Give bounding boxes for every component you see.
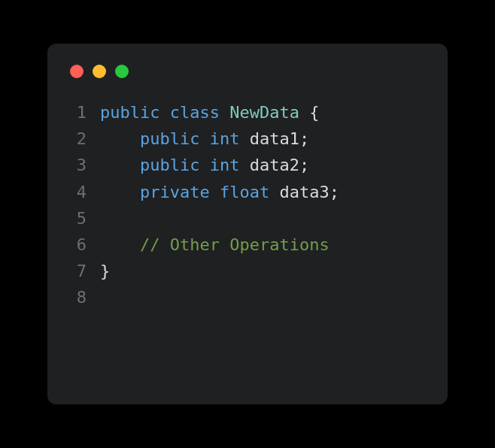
indent [100,183,140,201]
line-content: // Other Operations [100,232,425,258]
code-line: 7 } [70,258,425,284]
keyword: float [220,183,269,201]
keyword: public [140,129,199,148]
identifier: data3 [279,183,329,201]
window-titlebar [70,65,425,78]
keyword: private [140,183,210,201]
line-content: } [100,258,425,284]
line-number: 6 [70,232,100,258]
keyword: class [170,103,220,122]
keyword: public [140,156,199,174]
line-content: private float data3; [100,179,425,205]
line-number: 4 [70,179,100,205]
semicolon: ; [329,183,339,201]
indent [100,156,140,174]
line-number: 3 [70,152,100,178]
line-number: 7 [70,258,100,284]
comment: // Other Operations [140,235,329,254]
line-number: 1 [70,99,100,126]
line-content: public int data1; [100,126,425,152]
code-line: 4 private float data3; [70,179,425,205]
minimize-icon[interactable] [93,65,106,78]
code-line: 8 [70,284,425,310]
keyword: public [100,103,159,122]
line-content [100,284,425,310]
identifier: data2 [250,156,299,174]
code-window: 1 public class NewData { 2 public int da… [47,44,448,404]
indent [100,129,140,148]
line-number: 8 [70,284,100,310]
code-editor: 1 public class NewData { 2 public int da… [70,99,425,311]
identifier: data1 [250,129,299,148]
code-line: 5 [70,205,425,232]
code-line: 2 public int data1; [70,126,425,152]
close-icon[interactable] [70,65,84,78]
line-content [100,205,425,232]
code-line: 3 public int data2; [70,152,425,178]
semicolon: ; [299,129,309,148]
code-line: 1 public class NewData { [70,99,425,126]
zoom-icon[interactable] [115,65,129,78]
keyword: int [210,156,240,174]
line-content: public class NewData { [100,99,425,126]
code-line: 6 // Other Operations [70,232,425,258]
keyword: int [210,129,240,148]
semicolon: ; [299,156,309,174]
indent [100,235,140,254]
brace: { [299,103,320,122]
line-number: 2 [70,126,100,152]
class-name: NewData [229,103,299,122]
line-content: public int data2; [100,152,425,178]
brace: } [100,262,110,280]
line-number: 5 [70,205,100,232]
